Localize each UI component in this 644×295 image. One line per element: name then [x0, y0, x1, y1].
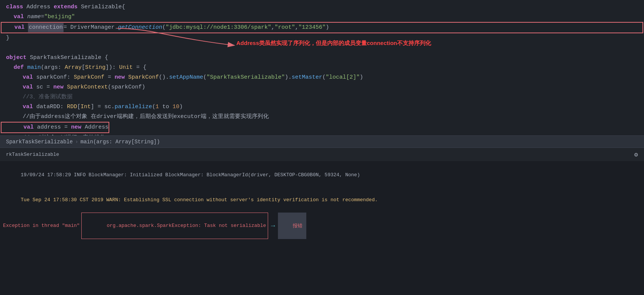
code-line-11: val dataRDD: RDD[Int] = sc.parallelize(1… — [0, 102, 644, 112]
annotation-1: Address类虽然实现了序列化，但是内部的成员变量connection不支持序… — [236, 40, 431, 47]
code-line-14: //4、对这个rdd进行一定的操作 — [0, 133, 644, 135]
ide-window: class Address extends Serializable{ val … — [0, 0, 644, 295]
code-line-12: //由于address这个对象 在driver端构建，后期会发送到executo… — [0, 112, 644, 122]
breadcrumb-separator-1: › — [75, 139, 78, 145]
console-title: rkTaskSerializable — [6, 152, 59, 157]
breadcrumb-item-2[interactable]: main(args: Array[String]) — [81, 139, 160, 145]
code-line-6: object SparkTaskSerializable { — [0, 53, 644, 63]
exception-prefix: Exception in thread — [3, 222, 62, 230]
code-line-9: val sc = new SparkContext(sparkConf) — [0, 82, 644, 92]
code-line-8: val sparkConf: SparkConf = new SparkConf… — [0, 73, 644, 82]
exception-highlight: org.apache.spark.SparkException: Task no… — [81, 213, 268, 239]
code-line-address: val address = new Address — [1, 122, 109, 133]
code-line-10: //3、准备测试数据 — [0, 92, 644, 102]
code-line-1: class Address extends Serializable{ — [0, 2, 644, 12]
code-line-2: val name="beijing" — [0, 12, 644, 22]
console-header: rkTaskSerializable ⚙ — [0, 148, 644, 161]
console-line-3: Exception in thread "main" org.apache.sp… — [3, 213, 641, 239]
console-body: 19/09/24 17:58:29 INFO BlockManager: Ini… — [0, 161, 644, 295]
thread-text: "main" — [62, 222, 80, 230]
code-line-7: def main(args: Array[String]): Unit = { — [0, 63, 644, 73]
breadcrumb-item-1[interactable]: SparkTaskSerializable — [6, 139, 73, 145]
code-editor: class Address extends Serializable{ val … — [0, 0, 644, 135]
code-line-connection: val connection= DriverManager.getConnect… — [1, 22, 643, 33]
console-line-1: 19/09/24 17:58:29 INFO BlockManager: Ini… — [3, 163, 641, 188]
breadcrumb-bar: SparkTaskSerializable › main(args: Array… — [0, 135, 644, 148]
console-line-2: Tue Sep 24 17:58:30 CST 2019 WARN: Estab… — [3, 188, 641, 213]
gear-icon[interactable]: ⚙ — [634, 151, 638, 158]
error-label: 报错 — [278, 213, 306, 239]
error-arrow: → — [271, 222, 275, 230]
